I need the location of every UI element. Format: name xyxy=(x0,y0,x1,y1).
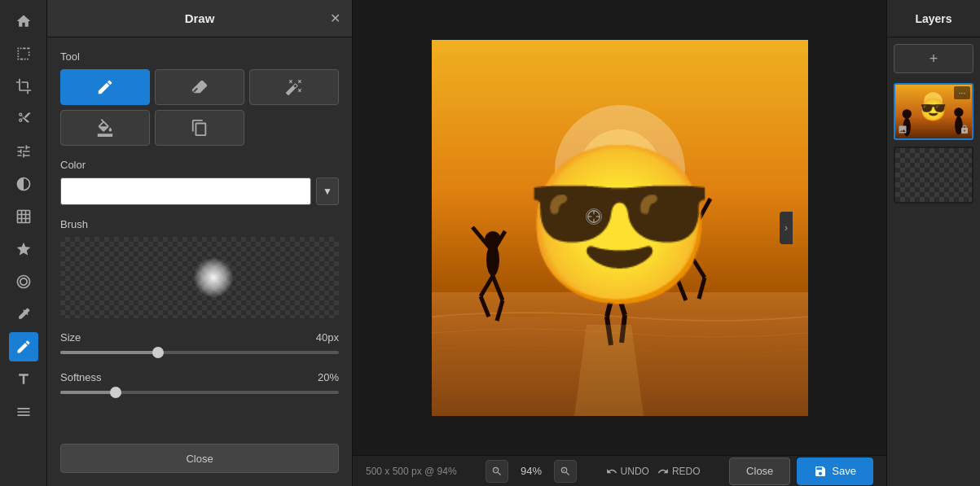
size-slider[interactable] xyxy=(60,347,339,358)
svg-text:😎: 😎 xyxy=(920,97,947,123)
svg-point-36 xyxy=(954,107,963,116)
size-label: Size xyxy=(60,331,81,344)
grid-icon[interactable] xyxy=(9,202,38,231)
layer-lock-icon-1 xyxy=(960,125,969,136)
left-sidebar xyxy=(0,0,47,486)
emoji-overlay: 😎 xyxy=(523,147,716,302)
redo-btn[interactable]: REDO xyxy=(657,466,701,477)
empty-tool-slot xyxy=(249,110,339,146)
text-icon[interactable] xyxy=(9,365,38,394)
color-row: ▼ xyxy=(60,177,339,205)
status-bar: 500 x 500 px @ 94% 94% UNDO REDO Close xyxy=(353,455,886,486)
tool-grid xyxy=(60,69,339,105)
size-fill xyxy=(60,351,158,354)
color-section: Color ▼ xyxy=(60,159,339,205)
zoom-in-btn[interactable] xyxy=(554,460,577,483)
draw-panel-title: Draw xyxy=(185,11,215,25)
collapse-panel-arrow[interactable]: › xyxy=(780,212,793,244)
size-section: Size 40px xyxy=(60,331,339,358)
softness-slider[interactable] xyxy=(60,387,339,398)
zoom-level: 94% xyxy=(515,465,547,477)
brush-label: Brush xyxy=(60,218,339,230)
canvas-status: 500 x 500 px @ 94% xyxy=(366,466,457,477)
size-value: 40px xyxy=(316,331,339,344)
canvas-image[interactable]: 😎 xyxy=(432,40,808,416)
redo-label: REDO xyxy=(672,466,701,477)
right-panel: Layers + 😎 xyxy=(886,0,980,486)
home-icon[interactable] xyxy=(9,7,38,36)
canvas-area: 😎 › 500 x 500 px @ 94% 94% xyxy=(353,0,886,486)
softness-section: Softness 20% xyxy=(60,371,339,398)
brush-tool-btn[interactable] xyxy=(60,69,150,105)
draw-panel: Draw ✕ Tool xyxy=(47,0,353,486)
close-action-btn[interactable]: Close xyxy=(729,458,790,485)
size-track xyxy=(60,351,339,354)
sparkle-icon[interactable] xyxy=(9,234,38,264)
canvas-viewport[interactable]: 😎 › xyxy=(353,0,886,455)
crop-icon[interactable] xyxy=(9,72,38,101)
crosshair-cursor xyxy=(586,208,602,225)
softness-fill xyxy=(60,391,116,394)
softness-slider-row: Softness 20% xyxy=(60,371,339,383)
eyedropper-icon[interactable] xyxy=(9,300,38,329)
undo-redo-controls: UNDO REDO xyxy=(606,466,701,477)
brush-section: Brush xyxy=(60,218,339,318)
eraser-tool-btn[interactable] xyxy=(155,69,244,105)
save-label: Save xyxy=(832,465,856,477)
brush-preview xyxy=(60,237,339,318)
softness-value: 20% xyxy=(318,371,339,383)
softness-label: Softness xyxy=(60,371,102,383)
layer-item-1[interactable]: 😎 ··· xyxy=(894,83,973,140)
zoom-out-btn[interactable] xyxy=(486,460,508,483)
color-dropdown-btn[interactable]: ▼ xyxy=(316,177,339,205)
save-action-btn[interactable]: Save xyxy=(797,458,873,485)
brush-dot xyxy=(193,257,234,298)
draw-panel-content: Tool xyxy=(47,37,352,444)
layer-options-btn-1[interactable]: ··· xyxy=(954,86,970,99)
layer-image-icon-1 xyxy=(898,125,907,136)
adjustments-icon[interactable] xyxy=(9,137,38,166)
lines-icon[interactable] xyxy=(9,397,38,427)
zoom-controls: 94% xyxy=(486,460,577,483)
add-layer-icon: + xyxy=(929,50,938,68)
softness-thumb[interactable] xyxy=(110,387,121,398)
clone-tool-btn[interactable] xyxy=(155,110,244,146)
layer-thumbnail-2 xyxy=(895,148,972,202)
magic-eraser-tool-btn[interactable] xyxy=(249,69,339,105)
layer-item-2[interactable] xyxy=(894,147,973,204)
draw-panel-close-icon[interactable]: ✕ xyxy=(330,11,341,26)
layers-header: Layers xyxy=(887,0,980,37)
tool-section: Tool xyxy=(60,50,339,146)
fill-tool-btn[interactable] xyxy=(60,110,150,146)
draw-icon[interactable] xyxy=(9,332,38,361)
tool-label: Tool xyxy=(60,50,339,63)
color-label: Color xyxy=(60,159,339,171)
size-thumb[interactable] xyxy=(152,347,164,358)
size-slider-row: Size 40px xyxy=(60,331,339,344)
action-buttons: Close Save xyxy=(729,458,873,485)
spiral-icon[interactable] xyxy=(9,267,38,296)
svg-point-34 xyxy=(903,109,912,118)
undo-btn[interactable]: UNDO xyxy=(606,466,649,477)
scissors-icon[interactable] xyxy=(9,104,38,134)
color-input[interactable] xyxy=(60,177,311,205)
add-layer-btn[interactable]: + xyxy=(894,44,973,73)
undo-label: UNDO xyxy=(621,466,649,477)
circle-half-icon[interactable] xyxy=(9,169,38,199)
close-panel-btn[interactable]: Close xyxy=(60,444,339,473)
draw-panel-header: Draw ✕ xyxy=(47,0,352,37)
selection-icon[interactable] xyxy=(9,39,38,68)
layers-title: Layers xyxy=(915,12,951,25)
softness-track xyxy=(60,391,339,394)
